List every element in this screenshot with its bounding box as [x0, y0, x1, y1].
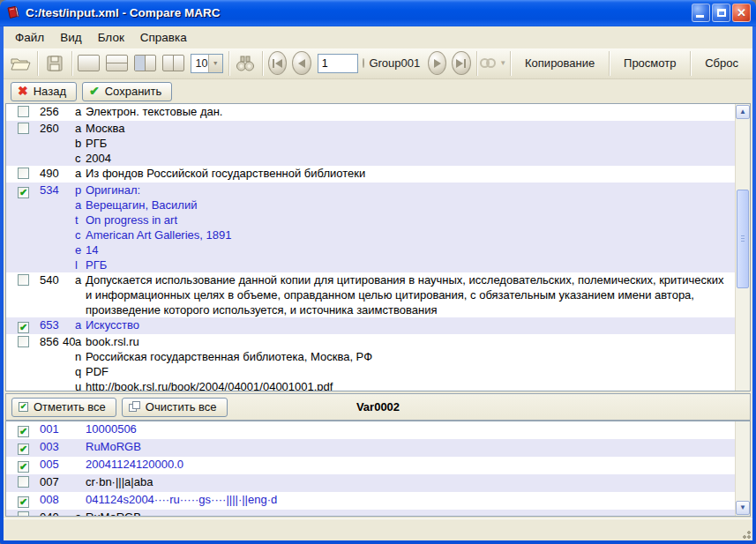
reset-button[interactable]: Сброс: [693, 56, 750, 70]
record-position-input[interactable]: [318, 54, 358, 73]
field-tag: 256: [40, 104, 63, 119]
previous-record-button[interactable]: [292, 51, 311, 75]
vertical-split-left-icon: [134, 55, 156, 71]
field-tag: 260: [40, 121, 63, 136]
scroll-up-button[interactable]: ▲: [736, 105, 750, 119]
subfield-code: u: [75, 379, 86, 391]
record-field-row[interactable]: ✔653aИскусство: [6, 317, 735, 334]
first-record-button[interactable]: [268, 51, 287, 75]
record-scrollbar[interactable]: ▲: [735, 104, 750, 391]
record-field-row[interactable]: ✔534pОригинал:aВерещагин, ВасилийtOn pro…: [6, 183, 735, 272]
menu-help[interactable]: Справка: [132, 28, 195, 47]
variant-list: ✔00110000506✔003RuMoRGB✔0052004112412000…: [6, 421, 735, 516]
next-record-button[interactable]: [428, 51, 446, 75]
horizontal-split-icon: [106, 55, 128, 71]
variant-field-row[interactable]: 040aRuMoRGB: [6, 510, 735, 516]
toolbar-separator: [37, 51, 38, 76]
subfield-value: Верещагин, Василий: [86, 197, 730, 212]
variant-field-row[interactable]: ✔008041124s2004····ru·····gs····||||·||e…: [6, 492, 735, 510]
field-value: RuMoRGB: [86, 439, 730, 455]
subfield-value: Электрон. текстовые дан.: [86, 104, 730, 119]
binoculars-icon: [236, 55, 255, 72]
subfield-code: n: [75, 349, 86, 364]
merge-mode-button[interactable]: ▼: [479, 50, 507, 77]
variant-scrollbar[interactable]: ▼: [735, 421, 750, 516]
vertical-split-icon: [162, 55, 184, 71]
variant-field-row[interactable]: ✔00520041124120000.0: [6, 457, 735, 474]
subfield-code: a: [75, 104, 86, 119]
copy-mode-button[interactable]: Копирование: [513, 56, 606, 70]
subfield-value: book.rsl.ru: [86, 334, 730, 349]
last-record-button[interactable]: [452, 51, 470, 75]
view-mode-button[interactable]: Просмотр: [612, 56, 687, 70]
subfield-value: On progress in art: [86, 212, 730, 227]
row-checkbox[interactable]: [18, 168, 29, 179]
close-button[interactable]: ✕: [732, 4, 751, 22]
subfield-code: a: [75, 334, 86, 349]
row-checkbox[interactable]: ✔: [18, 443, 29, 455]
menu-block[interactable]: Блок: [90, 28, 132, 47]
record-list: 256aЭлектрон. текстовые дан.260aМоскваbР…: [6, 104, 735, 391]
row-checkbox[interactable]: ✔: [18, 322, 29, 333]
find-button[interactable]: [231, 50, 259, 77]
row-checkbox[interactable]: ✔: [18, 461, 29, 473]
subfield-code: [75, 457, 86, 473]
dropdown-caret-icon: ▼: [499, 59, 506, 67]
row-checkbox[interactable]: ✔: [18, 426, 29, 437]
skip-last-icon: [456, 59, 463, 68]
records-per-page-combo[interactable]: 10 ▼: [188, 50, 226, 77]
open-file-button[interactable]: [6, 50, 34, 77]
field-value: 20041124120000.0: [86, 457, 730, 473]
title-bar: C:/test/input.xml - Compare MARC ✕: [0, 0, 756, 26]
layout-horizontal-button[interactable]: [103, 50, 131, 77]
row-checkbox[interactable]: [18, 511, 29, 516]
scroll-down-button[interactable]: ▼: [736, 501, 750, 515]
clear-all-button[interactable]: Очистить все: [122, 398, 228, 417]
row-checkbox[interactable]: ✔: [18, 187, 29, 198]
layout-vertical-left-button[interactable]: [131, 50, 160, 77]
row-checkbox[interactable]: ✔: [18, 496, 29, 508]
save-button[interactable]: ✔ Сохранить: [82, 82, 172, 101]
save-file-button[interactable]: [41, 50, 69, 77]
record-field-row[interactable]: 490aИз фондов Российской государственной…: [6, 166, 735, 183]
variant-field-row[interactable]: ✔003RuMoRGB: [6, 439, 735, 457]
mark-all-button[interactable]: ✔ Отметить все: [11, 398, 116, 417]
combo-dropdown-button[interactable]: ▼: [208, 55, 222, 72]
subfield-value: Допускается использование данной копии д…: [86, 272, 730, 317]
subfield-value: Москва: [86, 121, 730, 136]
variant-field-row[interactable]: ✔00110000506: [6, 421, 735, 439]
subfield-value: Оригинал:: [86, 183, 730, 197]
subfield-value: Российская государственная библиотека, М…: [86, 349, 730, 364]
menu-view[interactable]: Вид: [52, 28, 89, 47]
record-field-row[interactable]: 540aДопускается использование данной коп…: [6, 272, 735, 317]
row-checkbox[interactable]: [18, 336, 29, 347]
variant-field-row[interactable]: 007cr·bn·|||a|aba: [6, 474, 735, 492]
row-checkbox[interactable]: [18, 476, 29, 488]
scroll-thumb[interactable]: [737, 190, 749, 288]
subfield-value: 2004: [86, 151, 730, 166]
toolbar-separator: [690, 51, 691, 76]
row-checkbox[interactable]: [18, 123, 29, 134]
subfield-value: РГБ: [86, 136, 730, 151]
toolbar-separator: [476, 51, 477, 76]
menu-file[interactable]: Файл: [7, 28, 52, 47]
toolbar-separator: [228, 51, 229, 76]
back-button-label: Назад: [34, 85, 66, 98]
layout-vertical-button[interactable]: [160, 50, 188, 77]
minimize-button[interactable]: [692, 4, 710, 22]
subfield-code: l: [75, 257, 86, 272]
record-field-row[interactable]: 260aМоскваbРГБc2004: [6, 121, 735, 166]
maximize-button[interactable]: [712, 4, 730, 22]
record-field-row[interactable]: 85640abook.rsl.runРоссийская государстве…: [6, 334, 735, 391]
row-checkbox[interactable]: [18, 106, 29, 117]
record-field-row[interactable]: 256aЭлектрон. текстовые дан.: [6, 104, 735, 121]
field-value: 10000506: [86, 421, 730, 437]
field-tag: 534: [40, 183, 63, 197]
window-title: C:/test/input.xml - Compare MARC: [26, 6, 690, 19]
layout-single-button[interactable]: [75, 50, 103, 77]
subfield-code: a: [75, 197, 86, 212]
resize-grip[interactable]: [739, 527, 751, 539]
subfield-value: PDF: [86, 364, 730, 379]
row-checkbox[interactable]: [18, 274, 29, 286]
back-button[interactable]: ✖ Назад: [11, 82, 77, 101]
